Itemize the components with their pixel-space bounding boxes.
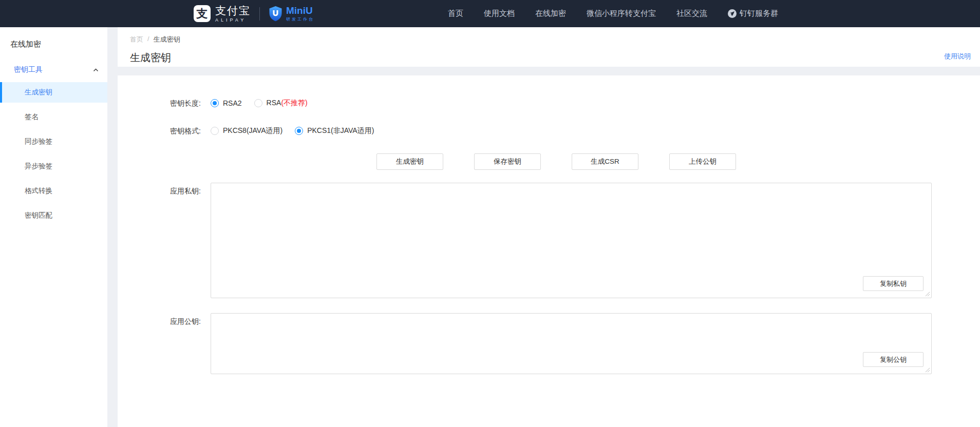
chevron-up-icon xyxy=(93,68,99,72)
radio-pkcs1[interactable]: PKCS1(非JAVA适用) xyxy=(295,126,374,135)
key-length-row: 密钥长度: RSA2 RSA(不推荐) xyxy=(118,98,980,108)
sidebar-item-format-convert[interactable]: 格式转换 xyxy=(0,181,107,201)
sidebar: 在线加密 密钥工具 生成密钥 签名 同步验签 异步验签 格式转换 xyxy=(0,27,107,427)
miniu-logo: MiniU 研发工作台 xyxy=(269,6,314,22)
sidebar-menu: 生成密钥 签名 同步验签 异步验签 格式转换 密钥匹配 xyxy=(0,82,107,226)
key-length-options: RSA2 RSA(不推荐) xyxy=(211,98,320,108)
private-key-area: 复制私钥 xyxy=(211,183,932,298)
page-layout: 在线加密 密钥工具 生成密钥 签名 同步验签 异步验签 格式转换 xyxy=(0,27,980,427)
radio-label: RSA2 xyxy=(223,99,242,107)
breadcrumb-separator: / xyxy=(147,35,149,44)
top-nav: 首页 使用文档 在线加密 微信小程序转支付宝 社区交流 钉钉服务群 xyxy=(448,9,778,18)
copy-private-key-button[interactable]: 复制私钥 xyxy=(863,276,924,291)
private-key-label: 应用私钥: xyxy=(118,183,201,196)
nav-dingtalk-label: 钉钉服务群 xyxy=(740,9,778,18)
alipay-name: 支付宝 xyxy=(215,5,251,16)
miniu-wordmark: MiniU 研发工作台 xyxy=(286,6,314,22)
sidebar-group-label: 密钥工具 xyxy=(14,65,43,74)
sidebar-item-sync-verify[interactable]: 同步验签 xyxy=(0,131,107,152)
alipay-sub: ALIPAY xyxy=(215,17,251,23)
miniu-name: MiniU xyxy=(286,6,314,15)
logo-divider xyxy=(259,7,260,21)
save-key-button[interactable]: 保存密钥 xyxy=(474,153,541,170)
key-format-row: 密钥格式: PKCS8(JAVA适用) PKCS1(非JAVA适用) xyxy=(118,126,980,136)
sidebar-item-label: 同步验签 xyxy=(25,137,52,146)
sidebar-item-generate-key[interactable]: 生成密钥 xyxy=(0,82,107,103)
sidebar-item-async-verify[interactable]: 异步验签 xyxy=(0,156,107,177)
nav-item-community[interactable]: 社区交流 xyxy=(676,9,707,18)
nav-item-wechat-to-alipay[interactable]: 微信小程序转支付宝 xyxy=(587,9,656,18)
resize-handle-icon[interactable] xyxy=(925,292,930,297)
radio-checked-icon xyxy=(211,99,219,107)
top-header: 支 支付宝 ALIPAY MiniU 研发工作台 xyxy=(0,0,980,27)
nav-item-home[interactable]: 首页 xyxy=(448,9,463,18)
breadcrumb-home[interactable]: 首页 xyxy=(130,35,143,44)
logo[interactable]: 支 支付宝 ALIPAY MiniU 研发工作台 xyxy=(194,5,314,23)
public-key-area: 复制公钥 xyxy=(211,313,932,374)
sidebar-item-label: 格式转换 xyxy=(25,186,52,196)
main-column: 首页 / 生成密钥 生成密钥 使用说明 密钥长度: RSA2 RSA(不推荐) xyxy=(118,27,980,427)
public-key-label: 应用公钥: xyxy=(118,313,201,326)
upload-public-key-button[interactable]: 上传公钥 xyxy=(669,153,736,170)
sidebar-item-sign[interactable]: 签名 xyxy=(0,107,107,127)
sidebar-title: 在线加密 xyxy=(10,40,107,49)
radio-label: PKCS1(非JAVA适用) xyxy=(307,126,374,135)
form-card: 密钥长度: RSA2 RSA(不推荐) 密钥格式: xyxy=(118,75,980,427)
public-key-row: 应用公钥: 复制公钥 xyxy=(118,313,980,374)
private-key-textarea[interactable] xyxy=(211,183,932,298)
copy-public-key-button[interactable]: 复制公钥 xyxy=(863,352,924,367)
radio-checked-icon xyxy=(295,127,303,135)
breadcrumb: 首页 / 生成密钥 xyxy=(130,27,980,44)
generate-key-button[interactable]: 生成密钥 xyxy=(376,153,443,170)
sidebar-item-label: 生成密钥 xyxy=(25,88,52,97)
nav-item-online-encrypt[interactable]: 在线加密 xyxy=(535,9,566,18)
sidebar-item-label: 异步验签 xyxy=(25,162,52,171)
miniu-sub: 研发工作台 xyxy=(286,16,314,22)
radio-label: PKCS8(JAVA适用) xyxy=(223,126,282,135)
not-recommended-warning: (不推荐) xyxy=(281,99,307,107)
nav-item-dingtalk-group[interactable]: 钉钉服务群 xyxy=(728,9,778,18)
sidebar-group-key-tools[interactable]: 密钥工具 xyxy=(14,65,99,74)
key-format-label: 密钥格式: xyxy=(118,126,201,136)
alipay-wordmark: 支付宝 ALIPAY xyxy=(215,5,251,23)
resize-handle-icon[interactable] xyxy=(925,367,930,373)
nav-item-docs[interactable]: 使用文档 xyxy=(484,9,515,18)
alipay-glyph: 支 xyxy=(197,6,208,22)
action-buttons-row: 生成密钥 保存密钥 生成CSR 上传公钥 xyxy=(376,153,980,170)
sidebar-item-label: 签名 xyxy=(25,112,39,122)
public-key-textarea[interactable] xyxy=(211,313,932,374)
private-key-row: 应用私钥: 复制私钥 xyxy=(118,183,980,298)
breadcrumb-current: 生成密钥 xyxy=(154,35,180,44)
generate-csr-button[interactable]: 生成CSR xyxy=(572,153,638,170)
key-format-options: PKCS8(JAVA适用) PKCS1(非JAVA适用) xyxy=(211,126,386,136)
key-length-label: 密钥长度: xyxy=(118,98,201,108)
usage-help-link[interactable]: 使用说明 xyxy=(944,52,971,61)
radio-unchecked-icon xyxy=(254,99,262,107)
page-head: 首页 / 生成密钥 生成密钥 使用说明 xyxy=(118,27,980,67)
page-title: 生成密钥 xyxy=(130,51,980,65)
radio-unchecked-icon xyxy=(211,127,219,135)
radio-pkcs8[interactable]: PKCS8(JAVA适用) xyxy=(211,126,282,135)
miniu-shield-icon xyxy=(269,6,282,22)
radio-rsa2[interactable]: RSA2 xyxy=(211,99,242,107)
sidebar-item-label: 密钥匹配 xyxy=(25,211,52,220)
dingtalk-icon xyxy=(728,9,737,18)
radio-label: RSA(不推荐) xyxy=(267,99,308,108)
radio-rsa[interactable]: RSA(不推荐) xyxy=(254,99,308,108)
alipay-logo-icon: 支 xyxy=(194,5,211,22)
sidebar-item-key-match[interactable]: 密钥匹配 xyxy=(0,205,107,226)
